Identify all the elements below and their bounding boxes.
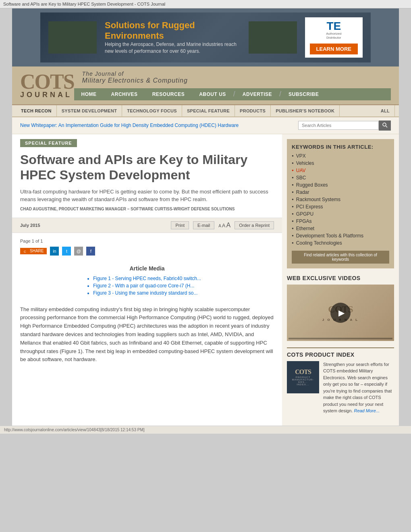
search-button[interactable] [379, 121, 391, 131]
video-progress-bar [289, 338, 392, 339]
header-tagline: The Journal of Military Electronics & Co… [82, 71, 391, 100]
nav-about-us[interactable]: ABOUT US [192, 88, 233, 100]
email-button[interactable]: E-mail [193, 221, 214, 229]
main-nav: HOME ARCHIVES RESOURCES ABOUT US / ADVER… [74, 88, 391, 100]
font-large[interactable]: A [226, 222, 231, 229]
learn-more-button[interactable]: LEARN MORE [310, 44, 358, 54]
logo-area: COTS JOURNAL [20, 71, 74, 99]
keyword-fpgas[interactable]: FPGAs [292, 218, 389, 224]
article-author: CHAD AUGUSTINE, PRODUCT MARKETING MANAGE… [12, 207, 282, 211]
nav-subscribe[interactable]: SUBSCRIBE [281, 88, 326, 100]
product-index-title: COTS PRODUCT INDEX [287, 347, 394, 358]
web-videos: WEB EXCLUSIVE VIDEOS COTS J O U R N A L [287, 275, 394, 341]
keyword-pci-express[interactable]: PCI Express [292, 204, 389, 210]
product-index-thumbnail: COTS PRODUCT MANUFACTUR- ERS... INDEX... [287, 361, 319, 393]
keyword-rugged-boxes[interactable]: Rugged Boxes [292, 182, 389, 188]
twitter-share-button[interactable]: t [62, 247, 71, 256]
journal-name: Military Electronics & Computing [82, 77, 391, 84]
font-medium[interactable]: A [222, 222, 226, 229]
sec-nav-all[interactable]: ALL [376, 105, 395, 116]
article-media: Article Media Figure 1 - Serving HPEC ne… [12, 257, 282, 305]
keyword-ethernet[interactable]: Ethernet [292, 226, 389, 231]
figure-1[interactable]: Figure 1 - Serving HPEC needs, Fabric40 … [93, 276, 201, 281]
keyword-dev-tools[interactable]: Development Tools & Platforms [292, 233, 389, 239]
figure-3[interactable]: Figure 3 - Using the same industry stand… [93, 290, 201, 296]
article-subtitle: Ultra-fast computing hardware for HPEC i… [12, 188, 282, 204]
banner-subtitle: Helping the Aerospace, Defense, and Mari… [105, 41, 241, 55]
print-button[interactable]: Print [171, 221, 189, 229]
video-play-button[interactable] [330, 303, 351, 323]
keyword-radar[interactable]: Radar [292, 189, 389, 195]
logo-cots: COTS [20, 71, 74, 92]
article-title: Software and APIs are Key to Military HP… [12, 152, 282, 183]
keyword-rackmount[interactable]: Rackmount Systems [292, 197, 389, 202]
sec-nav-special-feature[interactable]: SPECIAL FEATURE [182, 105, 235, 116]
article-footer: July 2015 Print E-mail A A A Order a Rep… [12, 218, 282, 233]
article-sidebar: KEYWORDS IN THIS ARTICLE: VPX Vehicles U… [282, 134, 399, 426]
sec-nav-tech-recon[interactable]: TECH RECON [16, 105, 57, 116]
nav-archives[interactable]: ARCHIVES [104, 88, 145, 100]
whitepaper-text[interactable]: New Whitepaper: An Implementation Guide … [20, 123, 239, 128]
product-index-description: Strengthen your search efforts for COTS … [323, 361, 394, 414]
sec-nav-products[interactable]: PRODUCTS [235, 105, 271, 116]
share-icon: C SHARE [20, 248, 47, 254]
nav-home[interactable]: HOME [74, 88, 104, 100]
svg-point-0 [383, 123, 386, 126]
product-index-content: COTS PRODUCT MANUFACTUR- ERS... INDEX...… [287, 361, 394, 414]
sec-nav-publishers-notebook[interactable]: PUBLISHER'S NOTEBOOK [271, 105, 340, 116]
status-bar: http://www.cotsjournalonline.com/article… [0, 426, 411, 434]
site-header: COTS JOURNAL The Journal of Military Ele… [12, 66, 399, 105]
banner-title: Solutions for Rugged Environments [105, 20, 241, 41]
share-bar: C SHARE in t @ f [12, 245, 282, 257]
keyword-cooling-technologies[interactable]: Cooling Technologies [292, 240, 389, 246]
web-videos-title: WEB EXCLUSIVE VIDEOS [287, 275, 394, 281]
figure-list: Figure 1 - Serving HPEC needs, Fabric40 … [93, 276, 201, 297]
banner-logo: TE Authorized Distributor LEARN MORE [305, 17, 363, 58]
url-display: http://www.cotsjournalonline.com/article… [4, 428, 145, 432]
banner-ad: Solutions for Rugged Environments Helpin… [12, 8, 399, 66]
svg-text:C: C [24, 250, 26, 254]
whitepaper-bar: New Whitepaper: An Implementation Guide … [12, 117, 399, 134]
product-index: COTS PRODUCT INDEX COTS PRODUCT MANUFACT… [287, 347, 394, 414]
figure-2[interactable]: Figure 2 - With a pair of quad-core Core… [93, 283, 201, 289]
share-label: SHARE [30, 249, 44, 253]
content-area: SPECIAL FEATURE Software and APIs are Ke… [12, 134, 399, 426]
email-share-button[interactable]: @ [74, 247, 83, 256]
browser-title: Software and APIs are Key to Military HP… [0, 0, 411, 8]
reprint-button[interactable]: Order a Reprint [235, 221, 274, 229]
keyword-vehicles[interactable]: Vehicles [292, 160, 389, 166]
font-small[interactable]: A [218, 224, 221, 228]
svg-line-1 [386, 126, 388, 127]
article-main: SPECIAL FEATURE Software and APIs are Ke… [12, 134, 282, 426]
search-bar [298, 121, 391, 131]
logo-journal: JOURNAL [20, 91, 72, 99]
sec-nav-tech-focus[interactable]: TECHNOLOGY FOCUS [122, 105, 182, 116]
keyword-vpx[interactable]: VPX [292, 153, 389, 159]
keyword-sbc[interactable]: SBC [292, 175, 389, 181]
keyword-uav[interactable]: UAV [292, 168, 389, 173]
keywords-box: KEYWORDS IN THIS ARTICLE: VPX Vehicles U… [287, 139, 394, 268]
font-size-controls: A A A [218, 222, 230, 229]
nav-resources[interactable]: RESOURCES [145, 88, 192, 100]
find-related-button[interactable]: Find related articles with this collecti… [292, 251, 389, 264]
keywords-list: VPX Vehicles UAV SBC Rugged Boxes Radar … [292, 153, 389, 246]
sec-nav-system-dev[interactable]: SYSTEM DEVELOPMENT [57, 105, 122, 116]
secondary-nav: TECH RECON SYSTEM DEVELOPMENT TECHNOLOGY… [12, 105, 399, 117]
facebook-share-button[interactable]: f [86, 247, 95, 256]
journal-of: The Journal of [82, 71, 391, 77]
keyword-gpgpu[interactable]: GPGPU [292, 211, 389, 217]
read-more-link[interactable]: Read More... [354, 408, 380, 413]
nav-advertise[interactable]: ADVERTISE [235, 88, 279, 100]
article-media-title: Article Media [20, 265, 274, 272]
article-body: The military embedded computing industry… [12, 305, 282, 364]
article-date: July 2015 [20, 223, 167, 228]
page-info: Page 1 of 1 [12, 237, 282, 245]
keywords-title: KEYWORDS IN THIS ARTICLE: [292, 144, 389, 150]
search-input[interactable] [298, 121, 379, 130]
linkedin-share-button[interactable]: in [50, 247, 59, 256]
video-thumbnail[interactable]: COTS J O U R N A L [287, 285, 394, 341]
special-feature-badge: SPECIAL FEATURE [20, 139, 77, 147]
